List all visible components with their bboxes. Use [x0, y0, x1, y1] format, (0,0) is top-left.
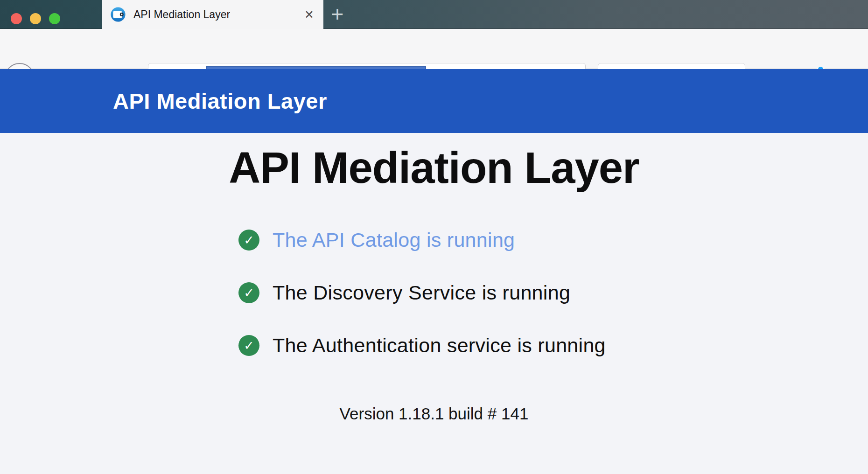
status-item-api-catalog: ✓ The API Catalog is running — [238, 230, 868, 251]
api-catalog-link[interactable]: The API Catalog is running — [273, 229, 515, 251]
status-item-authentication-service: ✓ The Authentication service is running — [238, 335, 868, 356]
status-item-discovery-service: ✓ The Discovery Service is running — [238, 282, 868, 303]
success-check-icon: ✓ — [238, 282, 259, 303]
tab-title: API Mediation Layer — [133, 8, 230, 21]
tab-strip: API Mediation Layer ✕ + — [0, 0, 868, 29]
browser-tab[interactable]: API Mediation Layer ✕ — [102, 0, 323, 29]
window-zoom-button[interactable] — [49, 13, 60, 24]
discovery-service-status: The Discovery Service is running — [273, 281, 570, 304]
app-header-title: API Mediation Layer — [113, 69, 327, 133]
tab-favicon-icon — [110, 7, 126, 22]
page-content: API Mediation Layer ✓ The API Catalog is… — [0, 133, 868, 474]
version-text: Version 1.18.1 build # 141 — [0, 404, 868, 423]
new-tab-button[interactable]: + — [326, 4, 349, 25]
status-list: ✓ The API Catalog is running ✓ The Disco… — [0, 230, 868, 356]
app-header: API API Mediation Layer — [0, 69, 868, 133]
success-check-icon: ✓ — [238, 230, 259, 251]
window-close-button[interactable] — [11, 13, 22, 24]
tab-close-icon[interactable]: ✕ — [304, 9, 314, 21]
page-title: API Mediation Layer — [0, 133, 868, 192]
authentication-service-status: The Authentication service is running — [273, 334, 606, 357]
window-minimize-button[interactable] — [30, 13, 41, 24]
navigation-toolbar: ••• — [0, 29, 868, 69]
success-check-icon: ✓ — [238, 335, 259, 356]
